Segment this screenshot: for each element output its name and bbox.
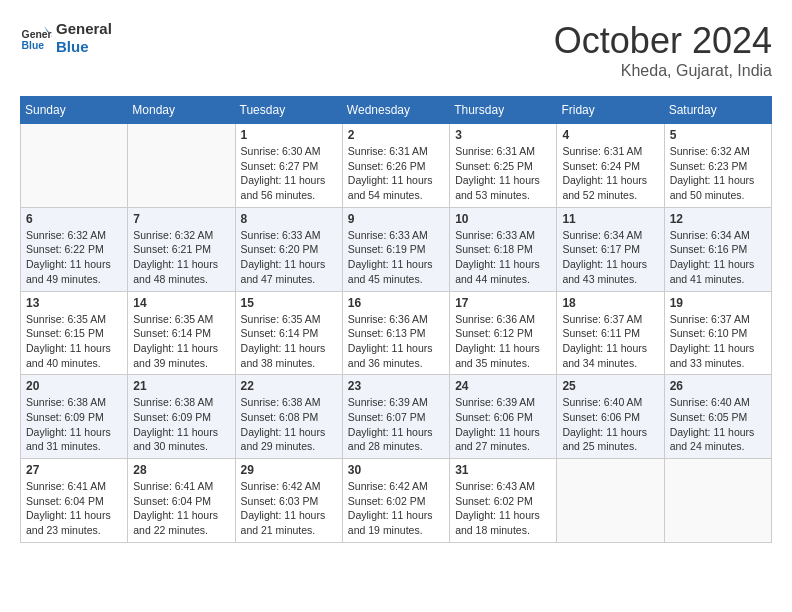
day-info: Sunrise: 6:35 AMSunset: 6:14 PMDaylight:… <box>133 312 229 371</box>
calendar-cell <box>128 124 235 208</box>
calendar-cell: 28Sunrise: 6:41 AMSunset: 6:04 PMDayligh… <box>128 459 235 543</box>
day-info: Sunrise: 6:31 AMSunset: 6:24 PMDaylight:… <box>562 144 658 203</box>
calendar-cell: 5Sunrise: 6:32 AMSunset: 6:23 PMDaylight… <box>664 124 771 208</box>
weekday-header-monday: Monday <box>128 97 235 124</box>
day-info: Sunrise: 6:37 AMSunset: 6:10 PMDaylight:… <box>670 312 766 371</box>
day-info: Sunrise: 6:38 AMSunset: 6:09 PMDaylight:… <box>133 395 229 454</box>
day-number: 18 <box>562 296 658 310</box>
day-number: 24 <box>455 379 551 393</box>
logo: General Blue General Blue <box>20 20 112 56</box>
calendar-cell: 24Sunrise: 6:39 AMSunset: 6:06 PMDayligh… <box>450 375 557 459</box>
calendar-cell: 18Sunrise: 6:37 AMSunset: 6:11 PMDayligh… <box>557 291 664 375</box>
day-number: 27 <box>26 463 122 477</box>
calendar-cell: 10Sunrise: 6:33 AMSunset: 6:18 PMDayligh… <box>450 207 557 291</box>
calendar-cell <box>21 124 128 208</box>
day-number: 7 <box>133 212 229 226</box>
day-number: 31 <box>455 463 551 477</box>
day-number: 3 <box>455 128 551 142</box>
day-number: 29 <box>241 463 337 477</box>
day-number: 17 <box>455 296 551 310</box>
day-info: Sunrise: 6:34 AMSunset: 6:17 PMDaylight:… <box>562 228 658 287</box>
day-number: 11 <box>562 212 658 226</box>
calendar-cell: 26Sunrise: 6:40 AMSunset: 6:05 PMDayligh… <box>664 375 771 459</box>
week-row-4: 20Sunrise: 6:38 AMSunset: 6:09 PMDayligh… <box>21 375 772 459</box>
calendar-cell: 8Sunrise: 6:33 AMSunset: 6:20 PMDaylight… <box>235 207 342 291</box>
calendar-table: SundayMondayTuesdayWednesdayThursdayFrid… <box>20 96 772 543</box>
calendar-cell: 31Sunrise: 6:43 AMSunset: 6:02 PMDayligh… <box>450 459 557 543</box>
calendar-cell: 2Sunrise: 6:31 AMSunset: 6:26 PMDaylight… <box>342 124 449 208</box>
day-info: Sunrise: 6:36 AMSunset: 6:12 PMDaylight:… <box>455 312 551 371</box>
calendar-cell: 22Sunrise: 6:38 AMSunset: 6:08 PMDayligh… <box>235 375 342 459</box>
calendar-cell: 14Sunrise: 6:35 AMSunset: 6:14 PMDayligh… <box>128 291 235 375</box>
week-row-3: 13Sunrise: 6:35 AMSunset: 6:15 PMDayligh… <box>21 291 772 375</box>
day-info: Sunrise: 6:38 AMSunset: 6:09 PMDaylight:… <box>26 395 122 454</box>
calendar-cell: 27Sunrise: 6:41 AMSunset: 6:04 PMDayligh… <box>21 459 128 543</box>
day-number: 22 <box>241 379 337 393</box>
calendar-cell: 19Sunrise: 6:37 AMSunset: 6:10 PMDayligh… <box>664 291 771 375</box>
svg-text:Blue: Blue <box>22 40 45 51</box>
day-info: Sunrise: 6:36 AMSunset: 6:13 PMDaylight:… <box>348 312 444 371</box>
day-info: Sunrise: 6:31 AMSunset: 6:25 PMDaylight:… <box>455 144 551 203</box>
day-number: 9 <box>348 212 444 226</box>
calendar-cell: 17Sunrise: 6:36 AMSunset: 6:12 PMDayligh… <box>450 291 557 375</box>
day-info: Sunrise: 6:32 AMSunset: 6:22 PMDaylight:… <box>26 228 122 287</box>
day-info: Sunrise: 6:34 AMSunset: 6:16 PMDaylight:… <box>670 228 766 287</box>
weekday-header-tuesday: Tuesday <box>235 97 342 124</box>
day-info: Sunrise: 6:39 AMSunset: 6:06 PMDaylight:… <box>455 395 551 454</box>
logo-general: General <box>56 20 112 38</box>
day-number: 30 <box>348 463 444 477</box>
day-info: Sunrise: 6:39 AMSunset: 6:07 PMDaylight:… <box>348 395 444 454</box>
day-info: Sunrise: 6:42 AMSunset: 6:02 PMDaylight:… <box>348 479 444 538</box>
weekday-header-sunday: Sunday <box>21 97 128 124</box>
day-number: 2 <box>348 128 444 142</box>
week-row-2: 6Sunrise: 6:32 AMSunset: 6:22 PMDaylight… <box>21 207 772 291</box>
calendar-cell: 21Sunrise: 6:38 AMSunset: 6:09 PMDayligh… <box>128 375 235 459</box>
logo-blue: Blue <box>56 38 112 56</box>
week-row-5: 27Sunrise: 6:41 AMSunset: 6:04 PMDayligh… <box>21 459 772 543</box>
calendar-cell <box>664 459 771 543</box>
day-number: 15 <box>241 296 337 310</box>
day-number: 16 <box>348 296 444 310</box>
day-info: Sunrise: 6:33 AMSunset: 6:20 PMDaylight:… <box>241 228 337 287</box>
day-info: Sunrise: 6:35 AMSunset: 6:14 PMDaylight:… <box>241 312 337 371</box>
month-title: October 2024 <box>554 20 772 62</box>
calendar-cell: 6Sunrise: 6:32 AMSunset: 6:22 PMDaylight… <box>21 207 128 291</box>
day-info: Sunrise: 6:31 AMSunset: 6:26 PMDaylight:… <box>348 144 444 203</box>
weekday-header-saturday: Saturday <box>664 97 771 124</box>
day-info: Sunrise: 6:33 AMSunset: 6:18 PMDaylight:… <box>455 228 551 287</box>
calendar-cell: 20Sunrise: 6:38 AMSunset: 6:09 PMDayligh… <box>21 375 128 459</box>
calendar-cell: 7Sunrise: 6:32 AMSunset: 6:21 PMDaylight… <box>128 207 235 291</box>
weekday-header-friday: Friday <box>557 97 664 124</box>
week-row-1: 1Sunrise: 6:30 AMSunset: 6:27 PMDaylight… <box>21 124 772 208</box>
day-number: 20 <box>26 379 122 393</box>
weekday-header-thursday: Thursday <box>450 97 557 124</box>
calendar-cell: 13Sunrise: 6:35 AMSunset: 6:15 PMDayligh… <box>21 291 128 375</box>
day-info: Sunrise: 6:43 AMSunset: 6:02 PMDaylight:… <box>455 479 551 538</box>
day-number: 23 <box>348 379 444 393</box>
calendar-cell: 15Sunrise: 6:35 AMSunset: 6:14 PMDayligh… <box>235 291 342 375</box>
calendar-cell: 25Sunrise: 6:40 AMSunset: 6:06 PMDayligh… <box>557 375 664 459</box>
day-number: 28 <box>133 463 229 477</box>
calendar-cell: 12Sunrise: 6:34 AMSunset: 6:16 PMDayligh… <box>664 207 771 291</box>
logo-icon: General Blue <box>20 22 52 54</box>
calendar-cell: 23Sunrise: 6:39 AMSunset: 6:07 PMDayligh… <box>342 375 449 459</box>
calendar-cell: 9Sunrise: 6:33 AMSunset: 6:19 PMDaylight… <box>342 207 449 291</box>
day-number: 6 <box>26 212 122 226</box>
day-info: Sunrise: 6:35 AMSunset: 6:15 PMDaylight:… <box>26 312 122 371</box>
page-header: General Blue General Blue October 2024 K… <box>20 20 772 80</box>
title-section: October 2024 Kheda, Gujarat, India <box>554 20 772 80</box>
day-number: 12 <box>670 212 766 226</box>
day-info: Sunrise: 6:42 AMSunset: 6:03 PMDaylight:… <box>241 479 337 538</box>
day-number: 10 <box>455 212 551 226</box>
weekday-header-wednesday: Wednesday <box>342 97 449 124</box>
day-number: 26 <box>670 379 766 393</box>
day-number: 19 <box>670 296 766 310</box>
weekday-header-row: SundayMondayTuesdayWednesdayThursdayFrid… <box>21 97 772 124</box>
day-info: Sunrise: 6:40 AMSunset: 6:06 PMDaylight:… <box>562 395 658 454</box>
day-info: Sunrise: 6:41 AMSunset: 6:04 PMDaylight:… <box>26 479 122 538</box>
day-info: Sunrise: 6:40 AMSunset: 6:05 PMDaylight:… <box>670 395 766 454</box>
day-number: 1 <box>241 128 337 142</box>
calendar-cell: 30Sunrise: 6:42 AMSunset: 6:02 PMDayligh… <box>342 459 449 543</box>
day-info: Sunrise: 6:41 AMSunset: 6:04 PMDaylight:… <box>133 479 229 538</box>
day-info: Sunrise: 6:32 AMSunset: 6:23 PMDaylight:… <box>670 144 766 203</box>
